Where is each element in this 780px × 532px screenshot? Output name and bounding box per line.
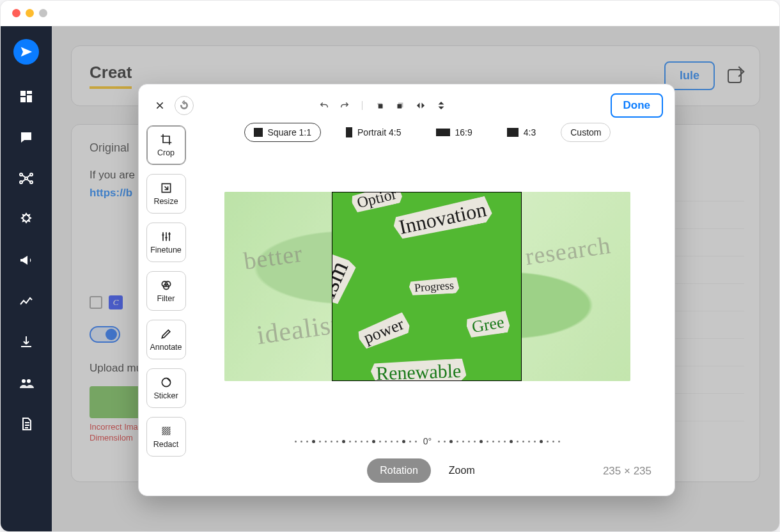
rotation-dial[interactable]: 0° [196, 434, 659, 448]
ratio-square[interactable]: Square 1:1 [244, 123, 322, 142]
rotation-degrees: 0° [421, 436, 434, 446]
scrap-ism: ism [332, 251, 357, 307]
window-minimize-dot[interactable] [26, 9, 34, 17]
megaphone-icon[interactable] [17, 251, 35, 269]
editor-tool-sidebar: Crop Resize Finetune Filter Annotate Sti… [139, 84, 193, 496]
svg-rect-1 [27, 91, 32, 94]
rotate-left-icon[interactable] [374, 100, 386, 111]
ratio-16-9[interactable]: 16:9 [426, 123, 482, 142]
scrap-power: power [356, 311, 412, 351]
svg-point-7 [30, 173, 33, 176]
flip-horizontal-icon[interactable] [415, 100, 426, 111]
flip-vertical-icon[interactable] [435, 100, 447, 111]
svg-rect-19 [162, 426, 170, 435]
window-close-dot[interactable] [12, 9, 20, 17]
rotation-tab[interactable]: Rotation [367, 458, 431, 483]
tool-finetune[interactable]: Finetune [146, 223, 186, 262]
scrap-optior: Optior [350, 192, 403, 214]
team-icon[interactable] [17, 374, 35, 392]
svg-rect-13 [398, 104, 402, 109]
ratio-custom-label: Custom [570, 127, 601, 137]
scrap-progress: Progress [409, 277, 460, 296]
app-window: Creat lule Original If you are https://b [0, 0, 780, 532]
tool-redact[interactable]: Redact [146, 417, 186, 457]
target-icon[interactable] [17, 210, 35, 228]
revert-icon[interactable] [175, 96, 194, 115]
ratio-16-9-label: 16:9 [455, 127, 472, 137]
tool-filter[interactable]: Filter [146, 271, 186, 311]
tool-sticker[interactable]: Sticker [146, 368, 186, 408]
compose-icon[interactable] [17, 129, 35, 146]
svg-point-9 [30, 181, 33, 184]
tool-sticker-label: Sticker [153, 391, 178, 400]
svg-point-8 [20, 181, 22, 184]
ratio-4-3-label: 4:3 [524, 127, 536, 137]
svg-rect-4 [23, 135, 29, 136]
ratio-portrait-label: Portrait 4:5 [357, 127, 401, 137]
svg-rect-0 [20, 91, 26, 96]
tool-filter-label: Filter [157, 294, 175, 303]
zoom-tab[interactable]: Zoom [436, 458, 488, 483]
ratio-custom[interactable]: Custom [561, 123, 611, 142]
editor-footer: Rotation Zoom 235 × 235 [196, 458, 659, 483]
svg-rect-2 [27, 95, 32, 102]
done-button[interactable]: Done [611, 93, 664, 118]
ratio-square-label: Square 1:1 [268, 127, 312, 137]
ratio-4-3[interactable]: 4:3 [497, 123, 545, 142]
editor-main: Square 1:1 Portrait 4:5 16:9 4:3 Custom [193, 84, 675, 496]
ratio-portrait[interactable]: Portrait 4:5 [336, 123, 410, 142]
app-logo[interactable] [13, 39, 39, 65]
close-icon[interactable] [150, 96, 169, 115]
titlebar [1, 1, 779, 26]
svg-point-11 [27, 379, 31, 383]
analytics-icon[interactable] [17, 292, 35, 310]
download-icon[interactable] [17, 333, 35, 351]
aspect-ratio-row: Square 1:1 Portrait 4:5 16:9 4:3 Custom [196, 123, 659, 142]
scrap-innovation: Innovation [391, 195, 494, 241]
tool-finetune-label: Finetune [150, 246, 182, 254]
image-editor-modal: Done Crop Resize Finetune Filter Ann [138, 84, 675, 496]
tool-resize[interactable]: Resize [146, 174, 186, 214]
svg-point-5 [25, 177, 27, 180]
tool-crop[interactable]: Crop [146, 125, 186, 165]
tool-crop-label: Crop [157, 148, 175, 157]
svg-rect-12 [378, 104, 383, 109]
scrap-renewable: Renewable [370, 358, 467, 381]
dashboard-icon[interactable] [17, 88, 35, 106]
window-zoom-dot[interactable] [39, 9, 47, 17]
tool-resize-label: Resize [153, 197, 178, 206]
svg-point-6 [20, 173, 22, 176]
svg-point-10 [22, 379, 26, 383]
tool-redact-label: Redact [153, 440, 179, 449]
scrap-gree: Gree [465, 310, 511, 339]
crop-canvas[interactable]: better idealism research Optior Innovati… [224, 192, 630, 381]
network-icon[interactable] [17, 169, 35, 187]
editor-header: Done [150, 93, 663, 118]
undo-icon[interactable] [318, 100, 330, 111]
tool-annotate-label: Annotate [150, 343, 182, 352]
crop-selection[interactable]: Optior Innovation ism Progress power Gre… [332, 192, 522, 381]
rotate-right-icon[interactable] [394, 100, 406, 111]
redo-icon[interactable] [339, 100, 350, 111]
crop-dimensions: 235 × 235 [603, 465, 651, 478]
nav-sidebar [1, 26, 52, 531]
document-icon[interactable] [17, 415, 35, 433]
tool-annotate[interactable]: Annotate [146, 320, 186, 359]
svg-rect-3 [20, 97, 26, 102]
crop-canvas-wrap: better idealism research Optior Innovati… [196, 157, 659, 415]
